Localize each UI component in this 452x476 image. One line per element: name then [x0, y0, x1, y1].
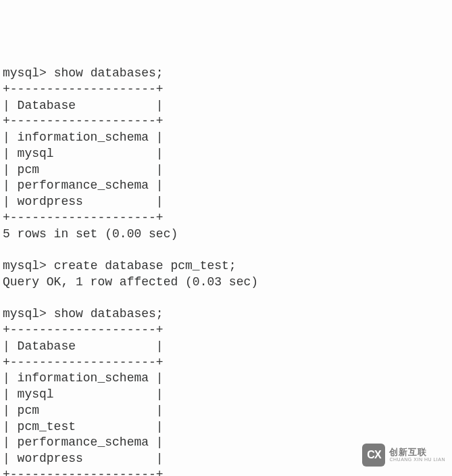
table-border: +--------------------+ [3, 356, 164, 369]
table-row: | performance_schema | [3, 178, 164, 192]
logo-letters: CX [367, 448, 380, 462]
table-row: | mysql | [3, 147, 164, 160]
command: show databases; [54, 66, 164, 80]
watermark: CX 创新互联 CHUANG XIN HU LIAN [362, 444, 445, 467]
prompt: mysql> [3, 66, 47, 80]
result-text: 5 rows in set (0.00 sec) [3, 227, 178, 241]
prompt: mysql> [3, 307, 47, 320]
terminal-output: mysql> show databases; +----------------… [3, 66, 449, 476]
command: show databases; [54, 307, 164, 320]
table-row: | wordpress | [3, 452, 164, 465]
prompt: mysql> [3, 259, 47, 272]
table-border: +--------------------+ [3, 468, 164, 476]
command: create database pcm_test; [54, 259, 236, 272]
table-row: | pcm | [3, 404, 164, 417]
table-border: +--------------------+ [3, 114, 164, 128]
table-header: | Database | [3, 339, 164, 353]
table-border: +--------------------+ [3, 211, 164, 224]
logo-text: 创新互联 CHUANG XIN HU LIAN [389, 448, 445, 462]
table-row: | pcm | [3, 163, 164, 176]
logo-en-text: CHUANG XIN HU LIAN [389, 457, 445, 462]
table-row: | wordpress | [3, 195, 164, 208]
table-border: +--------------------+ [3, 82, 164, 96]
table-row: | performance_schema | [3, 435, 164, 449]
table-row: | pcm_test | [3, 420, 164, 433]
logo-icon: CX [362, 444, 385, 467]
table-header: | Database | [3, 99, 164, 112]
result-text: Query OK, 1 row affected (0.03 sec) [3, 275, 258, 289]
table-row: | information_schema | [3, 130, 164, 144]
table-border: +--------------------+ [3, 323, 164, 337]
table-row: | information_schema | [3, 371, 164, 385]
table-row: | mysql | [3, 387, 164, 401]
logo-cn-text: 创新互联 [389, 448, 445, 457]
